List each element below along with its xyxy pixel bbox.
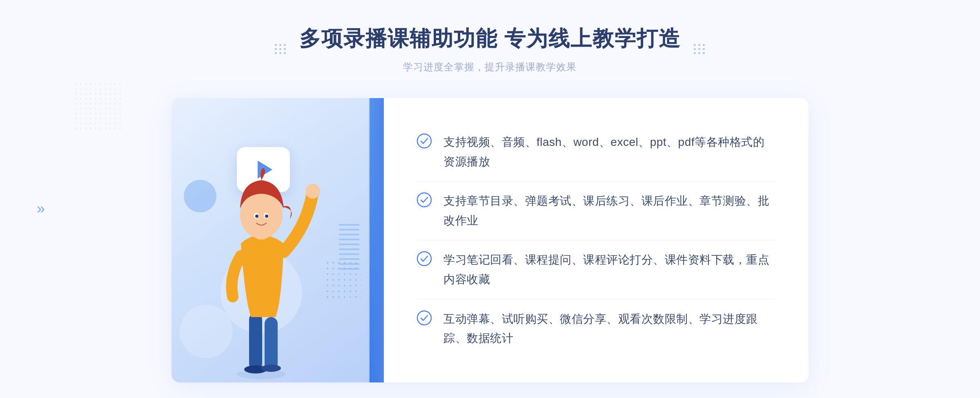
svg-point-11 (265, 215, 268, 218)
feature-text-1: 支持视频、音频、flash、word、excel、ppt、pdf等各种格式的资源… (443, 132, 776, 171)
svg-rect-1 (249, 313, 262, 370)
feature-text-2: 支持章节目录、弹题考试、课后练习、课后作业、章节测验、批改作业 (443, 191, 776, 230)
dots-decoration-left (74, 82, 122, 131)
illustration-panel (172, 98, 384, 382)
check-icon-2 (416, 192, 432, 208)
feature-item-3: 学习笔记回看、课程提问、课程评论打分、课件资料下载，重点内容收藏 (416, 240, 776, 299)
feature-text-3: 学习笔记回看、课程提问、课程评论打分、课件资料下载，重点内容收藏 (443, 250, 776, 289)
svg-point-13 (417, 193, 431, 207)
person-figure (192, 145, 331, 382)
svg-point-4 (261, 364, 281, 372)
feature-item-1: 支持视频、音频、flash、word、excel、ppt、pdf等各种格式的资源… (416, 123, 776, 181)
svg-rect-2 (265, 317, 278, 370)
header-dots-right (694, 44, 705, 54)
header-dots-left (275, 44, 286, 54)
main-title: 多项录播课辅助功能 专为线上教学打造 (299, 25, 681, 53)
sub-title: 学习进度全掌握，提升录播课教学效果 (299, 60, 681, 74)
features-panel: 支持视频、音频、flash、word、excel、ppt、pdf等各种格式的资源… (384, 98, 808, 382)
feature-item-2: 支持章节目录、弹题考试、课后练习、课后作业、章节测验、批改作业 (416, 181, 776, 240)
check-icon-4 (416, 310, 432, 326)
content-area: 支持视频、音频、flash、word、excel、ppt、pdf等各种格式的资源… (172, 98, 808, 382)
stripe-decoration (339, 221, 359, 270)
svg-point-12 (417, 134, 431, 148)
svg-point-5 (305, 184, 320, 199)
feature-item-4: 互动弹幕、试听购买、微信分享、观看次数限制、学习进度跟踪、数据统计 (416, 300, 776, 358)
page-container: 多项录播课辅助功能 专为线上教学打造 学习进度全掌握，提升录播课教学效果 » (0, 0, 980, 398)
feature-text-4: 互动弹幕、试听购买、微信分享、观看次数限制、学习进度跟踪、数据统计 (443, 309, 776, 348)
check-icon-3 (416, 251, 432, 266)
check-icon-1 (416, 133, 432, 149)
svg-point-15 (417, 311, 431, 325)
header-section: 多项录播课辅助功能 专为线上教学打造 学习进度全掌握，提升录播课教学效果 (299, 25, 681, 74)
svg-point-14 (417, 252, 431, 266)
svg-point-10 (255, 215, 258, 218)
chevron-left-decoration: » (37, 200, 45, 217)
blue-sidebar (370, 98, 384, 382)
